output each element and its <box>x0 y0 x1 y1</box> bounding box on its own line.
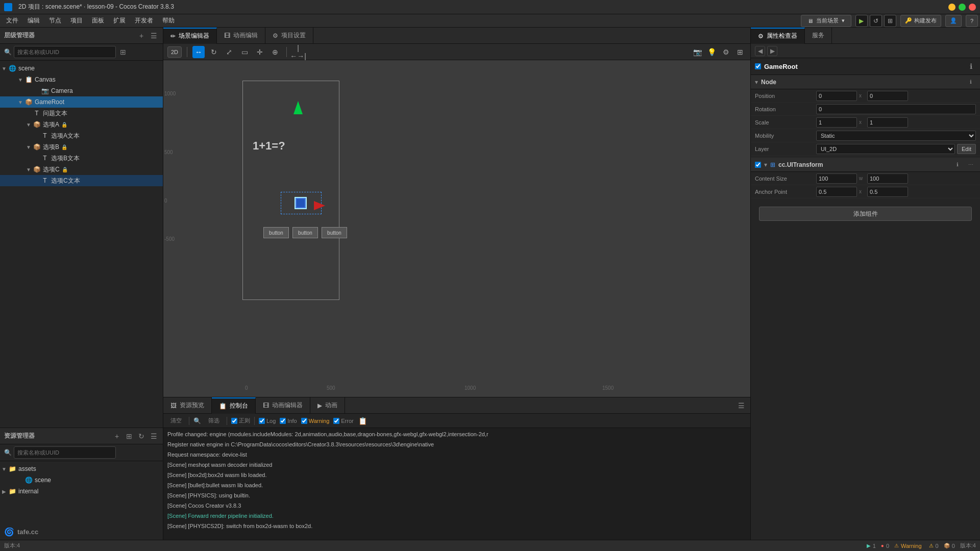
tab-animation-editor[interactable]: 🎞 动画编辑 <box>217 28 265 44</box>
platform-select[interactable]: 🖥 当前场景 ▾ <box>801 15 851 27</box>
tab-scene-editor[interactable]: ✏ 场景编辑器 <box>163 28 217 44</box>
error-checkbox[interactable] <box>333 418 339 424</box>
tab-animation-bottom[interactable]: ▶ 动画 <box>310 397 345 414</box>
layer-edit-button[interactable]: Edit <box>957 144 976 154</box>
log-line-3[interactable]: [Scene] meshopt wasm decoder initialized <box>163 460 750 470</box>
log-checkbox[interactable] <box>259 418 265 424</box>
scale-x-input[interactable] <box>816 117 857 128</box>
error-filter-label[interactable]: Error <box>333 418 353 424</box>
assets-list-button[interactable]: ⊞ <box>124 431 134 441</box>
uitransform-expand-icon[interactable]: ▾ <box>764 161 767 168</box>
tree-item-question[interactable]: T 问题文本 <box>0 108 163 119</box>
position-y-input[interactable] <box>867 91 908 101</box>
tree-item-optionb[interactable]: 📦 选项B 🔒 <box>0 141 163 153</box>
content-size-h-input[interactable] <box>867 173 908 184</box>
log-line-5[interactable]: [Scene] [bullet]:bullet wasm lib loaded. <box>163 480 750 490</box>
menu-node[interactable]: 节点 <box>45 15 65 26</box>
uitransform-active[interactable] <box>755 162 761 168</box>
hierarchy-add-button[interactable]: + <box>136 31 146 41</box>
tab-services[interactable]: 服务 <box>805 28 832 44</box>
assets-tree[interactable]: 📁 assets 🌐 scene 📁 internal <box>0 461 163 524</box>
node-expand-icon[interactable]: ▾ <box>755 79 758 86</box>
tree-item-scene[interactable]: 🌐 scene <box>0 63 163 74</box>
minimize-button[interactable] <box>948 4 955 11</box>
tab-resource-preview[interactable]: 🖼 资源预览 <box>163 397 212 414</box>
position-x-input[interactable] <box>816 91 857 101</box>
log-line-2[interactable]: Request namespace: device-list <box>163 449 750 460</box>
scene-snap-icon[interactable]: 📷 <box>691 46 703 58</box>
nav-back-button[interactable]: ◀ <box>755 46 765 56</box>
tree-item-gameroot[interactable]: 📦 GameRoot <box>0 96 163 108</box>
tree-item-optionatext[interactable]: T 选项A文本 <box>0 130 163 141</box>
tool-transform[interactable]: ✛ <box>254 46 266 58</box>
assets-refresh-button[interactable]: ↻ <box>136 431 146 441</box>
tree-item-optionc[interactable]: 📦 选项C 🔒 <box>0 164 163 175</box>
menu-project[interactable]: 项目 <box>66 15 87 26</box>
log-line-4[interactable]: [Scene] [box2d]:box2d wasm lib loaded. <box>163 470 750 480</box>
tree-item-camera[interactable]: 📷 Camera <box>0 85 163 96</box>
content-size-w-input[interactable] <box>816 173 857 184</box>
menu-edit[interactable]: 编辑 <box>23 15 44 26</box>
nav-forward-button[interactable]: ▶ <box>767 46 777 56</box>
layout-button[interactable]: ⊞ <box>884 15 896 27</box>
scene-light-icon[interactable]: 💡 <box>705 46 718 58</box>
tree-arrow-assets[interactable] <box>0 465 8 473</box>
tree-item-canvas[interactable]: 📋 Canvas <box>0 74 163 85</box>
scene-settings-icon[interactable]: ⚙ <box>720 46 732 58</box>
assets-menu-button[interactable]: ☰ <box>149 431 159 441</box>
arrow-a[interactable] <box>24 120 33 129</box>
tool-move[interactable]: ↔ <box>192 46 205 58</box>
console-copy-button[interactable]: 📋 <box>358 416 368 426</box>
mobility-select[interactable]: Static <box>816 131 976 141</box>
log-line-6[interactable]: [Scene] [PHYSICS]: using builtin. <box>163 490 750 500</box>
blue-square[interactable] <box>296 198 306 208</box>
menu-file[interactable]: 文件 <box>2 15 22 26</box>
assets-add-button[interactable]: + <box>112 431 122 441</box>
node-info-button[interactable]: ℹ <box>966 61 976 71</box>
help-button[interactable]: ? <box>966 15 978 27</box>
tree-item-optionbtext[interactable]: T 选项B文本 <box>0 153 163 164</box>
maximize-button[interactable] <box>959 4 966 11</box>
tool-snap[interactable]: |←→| <box>292 46 304 58</box>
mode-2d-button[interactable]: 2D <box>167 46 182 58</box>
tab-console[interactable]: 📋 控制台 <box>212 397 256 414</box>
tree-item-optiona[interactable]: 📦 选项A 🔒 <box>0 119 163 130</box>
log-line-9[interactable]: [Scene] [PHYSICS2D]: switch from box2d-w… <box>163 521 750 531</box>
tab-properties[interactable]: ⚙ 属性检查器 <box>751 28 805 44</box>
log-line-1[interactable]: Register native engine in C:\ProgramData… <box>163 439 750 449</box>
menu-panel[interactable]: 面板 <box>88 15 108 26</box>
option-button-b[interactable]: button <box>292 227 318 238</box>
rotation-input[interactable] <box>816 104 976 114</box>
tree-item-scene-asset[interactable]: 🌐 scene <box>0 474 163 486</box>
scale-y-input[interactable] <box>867 117 908 128</box>
normal-filter-label[interactable]: 正则 <box>231 417 250 424</box>
tool-rotate[interactable]: ↻ <box>208 46 220 58</box>
close-button[interactable] <box>969 4 976 11</box>
warning-filter-label[interactable]: Warning <box>301 418 330 424</box>
info-filter-label[interactable]: Info <box>280 418 297 424</box>
uitransform-info[interactable]: ℹ <box>952 160 963 170</box>
tool-rect[interactable]: ▭ <box>238 46 251 58</box>
normal-checkbox[interactable] <box>231 418 237 424</box>
warning-checkbox[interactable] <box>301 418 307 424</box>
hierarchy-filter-button[interactable]: ⊞ <box>118 47 128 57</box>
filter-console-button[interactable]: 筛选 <box>205 416 223 426</box>
tree-arrow-internal[interactable] <box>0 487 8 495</box>
canvas-area[interactable]: 1000 500 -500 500 1000 1500 1+1=? <box>163 60 750 397</box>
build-publish-button[interactable]: 🔑 构建发布 <box>900 15 941 27</box>
add-component-button[interactable]: 添加组件 <box>759 207 972 221</box>
anchor-y-input[interactable] <box>867 187 908 197</box>
tree-arrow-scene[interactable] <box>0 64 8 72</box>
tree-arrow-canvas[interactable] <box>16 76 24 84</box>
console-log[interactable]: Profile changed: engine (modules.include… <box>163 428 750 540</box>
clear-console-button[interactable]: 清空 <box>167 416 185 426</box>
scene-maximize-icon[interactable]: ⊞ <box>734 46 746 58</box>
node-section-info[interactable]: ℹ <box>966 77 976 87</box>
option-button-a[interactable]: button <box>263 227 289 238</box>
arrow-b[interactable] <box>24 143 33 151</box>
anchor-x-input[interactable] <box>816 187 857 197</box>
menu-help[interactable]: 帮助 <box>158 15 179 26</box>
node-active-checkbox[interactable] <box>755 63 761 69</box>
tree-item-optionctext[interactable]: T 选项C文本 <box>0 175 163 186</box>
tool-anchor[interactable]: ⊕ <box>269 46 281 58</box>
